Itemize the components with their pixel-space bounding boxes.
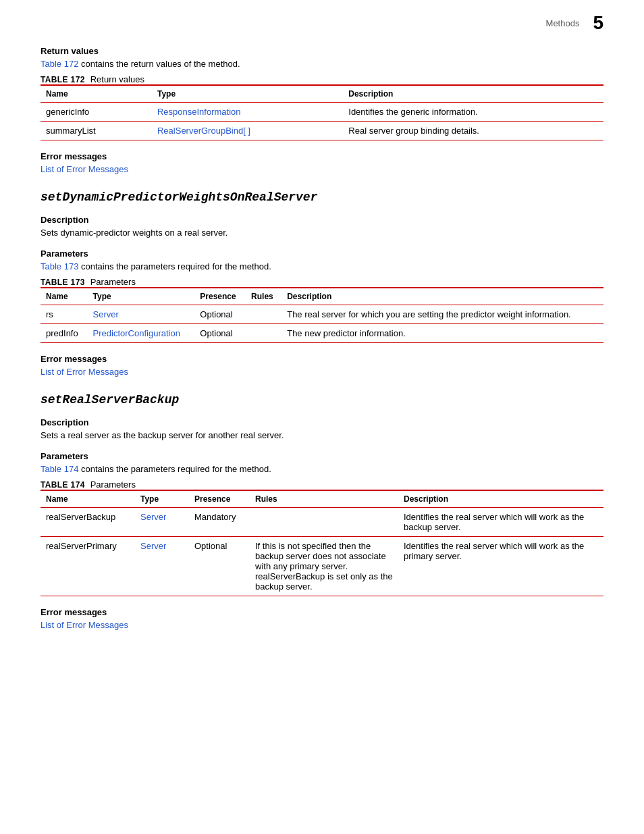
col-rules: Rules	[250, 490, 398, 508]
table172-intro-text: contains the return values of the method…	[78, 59, 240, 69]
cell-presence: Optional	[194, 324, 246, 343]
table173-intro-text: contains the parameters required for the…	[78, 261, 271, 271]
method2-parameters-heading: Parameters	[41, 451, 603, 461]
table174-label-prefix: TABLE 174	[41, 480, 85, 490]
cell-type: Server	[88, 305, 195, 324]
table172-link[interactable]: Table 172	[41, 59, 78, 69]
table174-intro-text: contains the parameters required for the…	[78, 464, 271, 474]
error-messages-section3: Error messages List of Error Messages	[41, 607, 603, 630]
table173: Name Type Presence Rules Description rs …	[41, 287, 603, 343]
col-type: Type	[88, 288, 195, 305]
col-type: Type	[135, 490, 189, 508]
cell-name: rs	[41, 305, 88, 324]
table172: Name Type Description genericInfo Respon…	[41, 84, 603, 140]
table-row: summaryList RealServerGroupBind[ ] Real …	[41, 122, 603, 140]
method1-title: setDynamicPredictorWeightsOnRealServer	[41, 190, 603, 204]
cell-rules	[246, 305, 281, 324]
table174-link[interactable]: Table 174	[41, 464, 78, 474]
method2-title: setRealServerBackup	[41, 393, 603, 407]
table174-label-text: Parameters	[90, 479, 136, 490]
method2-section: setRealServerBackup Description Sets a r…	[41, 393, 603, 630]
return-values-section: Return values Table 172 contains the ret…	[41, 46, 603, 174]
cell-presence: Optional	[194, 305, 246, 324]
type-link[interactable]: Server	[140, 541, 166, 551]
type-link[interactable]: Server	[140, 512, 166, 522]
page-header: Methods 5	[41, 14, 603, 32]
cell-name: genericInfo	[41, 103, 152, 122]
error-messages-link1[interactable]: List of Error Messages	[41, 164, 128, 174]
cell-description: Real server group binding details.	[343, 122, 603, 140]
method2-description-text: Sets a real server as the backup server …	[41, 430, 603, 440]
cell-name: predInfo	[41, 324, 88, 343]
error-messages-link3[interactable]: List of Error Messages	[41, 620, 128, 630]
table-row: genericInfo ResponseInformation Identifi…	[41, 103, 603, 122]
cell-type: Server	[135, 537, 189, 596]
cell-description: Identifies the generic information.	[343, 103, 603, 122]
table173-label-prefix: TABLE 173	[41, 278, 85, 287]
table173-link[interactable]: Table 173	[41, 261, 78, 271]
cell-rules	[250, 508, 398, 537]
col-description: Description	[343, 85, 603, 103]
type-link[interactable]: PredictorConfiguration	[93, 328, 180, 338]
cell-description: The new predictor information.	[281, 324, 603, 343]
method1-description-text: Sets dynamic-predictor weights on a real…	[41, 228, 603, 238]
table173-label: TABLE 173 Parameters	[41, 277, 603, 287]
error-messages-section1: Error messages List of Error Messages	[41, 151, 603, 174]
section-label: Methods	[546, 18, 580, 28]
cell-description: Identifies the real server which will wo…	[398, 537, 603, 596]
col-name: Name	[41, 288, 88, 305]
method1-section: setDynamicPredictorWeightsOnRealServer D…	[41, 190, 603, 377]
error-messages-heading1: Error messages	[41, 151, 603, 161]
error-messages-heading2: Error messages	[41, 354, 603, 364]
cell-type: RealServerGroupBind[ ]	[152, 122, 343, 140]
table172-intro: Table 172 contains the return values of …	[41, 59, 603, 69]
col-presence: Presence	[194, 288, 246, 305]
method1-description-heading: Description	[41, 215, 603, 225]
error-messages-link2[interactable]: List of Error Messages	[41, 367, 128, 377]
col-description: Description	[398, 490, 603, 508]
col-name: Name	[41, 490, 135, 508]
table-row: realServerPrimary Server Optional If thi…	[41, 537, 603, 596]
cell-name: realServerBackup	[41, 508, 135, 537]
cell-rules	[246, 324, 281, 343]
cell-name: summaryList	[41, 122, 152, 140]
table-row: realServerBackup Server Mandatory Identi…	[41, 508, 603, 537]
cell-presence: Mandatory	[189, 508, 250, 537]
cell-rules: If this is not specified then the backup…	[250, 537, 398, 596]
col-presence: Presence	[189, 490, 250, 508]
type-link[interactable]: ResponseInformation	[157, 107, 241, 117]
cell-description: The real server for which you are settin…	[281, 305, 603, 324]
table174: Name Type Presence Rules Description rea…	[41, 490, 603, 596]
table-row: rs Server Optional The real server for w…	[41, 305, 603, 324]
return-values-heading: Return values	[41, 46, 603, 56]
table172-label-text: Return values	[90, 74, 144, 84]
cell-type: Server	[135, 508, 189, 537]
table172-label: TABLE 172 Return values	[41, 74, 603, 84]
table173-label-text: Parameters	[90, 277, 136, 287]
method2-description-heading: Description	[41, 417, 603, 427]
table174-label: TABLE 174 Parameters	[41, 479, 603, 490]
col-type: Type	[152, 85, 343, 103]
table-row: predInfo PredictorConfiguration Optional…	[41, 324, 603, 343]
col-description: Description	[281, 288, 603, 305]
cell-type: ResponseInformation	[152, 103, 343, 122]
type-link[interactable]: RealServerGroupBind[ ]	[157, 126, 250, 136]
error-messages-heading3: Error messages	[41, 607, 603, 617]
page-number: 5	[593, 14, 603, 32]
type-link[interactable]: Server	[93, 309, 119, 319]
table172-label-prefix: TABLE 172	[41, 75, 85, 84]
col-rules: Rules	[246, 288, 281, 305]
error-messages-section2: Error messages List of Error Messages	[41, 354, 603, 377]
cell-type: PredictorConfiguration	[88, 324, 195, 343]
col-name: Name	[41, 85, 152, 103]
cell-presence: Optional	[189, 537, 250, 596]
method1-parameters-heading: Parameters	[41, 249, 603, 259]
method1-parameters-intro: Table 173 contains the parameters requir…	[41, 261, 603, 271]
method2-parameters-intro: Table 174 contains the parameters requir…	[41, 464, 603, 474]
cell-name: realServerPrimary	[41, 537, 135, 596]
cell-description: Identifies the real server which will wo…	[398, 508, 603, 537]
